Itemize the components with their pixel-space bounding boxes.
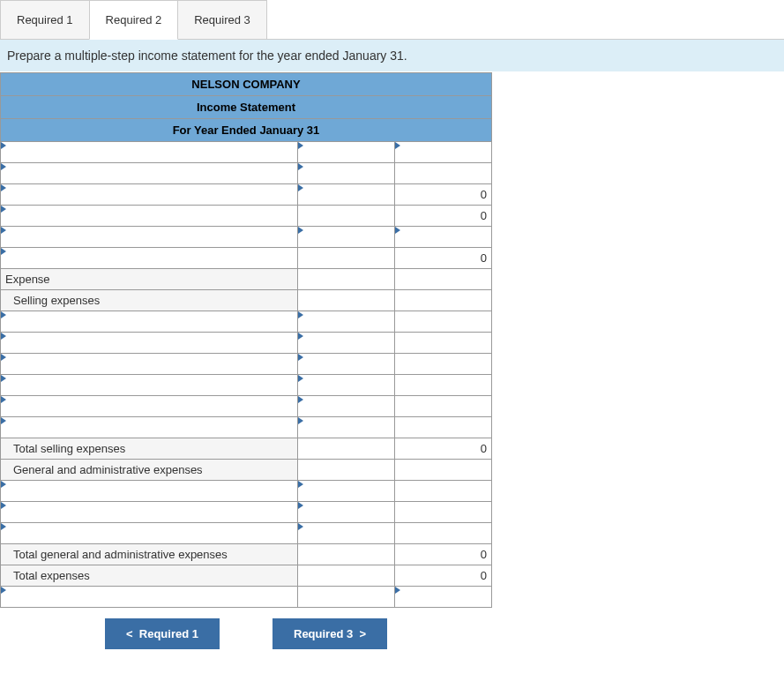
chevron-left-icon: < <box>126 627 133 640</box>
amount-input[interactable] <box>298 354 395 375</box>
label-dropdown[interactable] <box>1 248 298 269</box>
total-selling-label: Total selling expenses <box>1 438 298 460</box>
label-dropdown[interactable] <box>1 502 298 523</box>
amount-cell <box>395 269 492 290</box>
next-button[interactable]: Required 3 > <box>273 618 387 649</box>
amount-input[interactable] <box>298 142 395 163</box>
amount-cell <box>395 417 492 438</box>
label-dropdown[interactable] <box>1 523 298 544</box>
company-name: NELSON COMPANY <box>1 73 492 96</box>
amount-input[interactable] <box>298 184 395 206</box>
tab-required-3[interactable]: Required 3 <box>177 0 267 39</box>
label-dropdown[interactable] <box>1 227 298 248</box>
amount-cell <box>395 290 492 311</box>
amount-cell <box>395 502 492 523</box>
label-dropdown[interactable] <box>1 375 298 396</box>
total-ga-label: Total general and administrative expense… <box>1 544 298 565</box>
prev-button[interactable]: < Required 1 <box>105 618 220 649</box>
label-dropdown[interactable] <box>1 311 298 333</box>
calc-cell: 0 <box>395 184 492 206</box>
statement-period: For Year Ended January 31 <box>1 119 492 142</box>
label-dropdown[interactable] <box>1 206 298 227</box>
expense-label: Expense <box>1 269 298 290</box>
tab-required-2[interactable]: Required 2 <box>89 0 179 40</box>
amount-cell <box>395 481 492 502</box>
amount-input[interactable] <box>298 311 395 333</box>
tab-required-1[interactable]: Required 1 <box>0 0 90 39</box>
amount-cell <box>395 163 492 184</box>
amount-cell <box>395 523 492 544</box>
amount-input[interactable] <box>298 375 395 396</box>
amount-cell <box>298 438 395 460</box>
amount-input[interactable] <box>395 587 492 608</box>
calc-cell: 0 <box>395 438 492 460</box>
amount-input[interactable] <box>298 396 395 417</box>
calc-cell: 0 <box>395 565 492 587</box>
calc-cell: 0 <box>395 206 492 227</box>
selling-expenses-label: Selling expenses <box>1 290 298 311</box>
amount-cell <box>298 587 395 608</box>
nav-buttons: < Required 1 Required 3 > <box>0 608 492 660</box>
instruction-text: Prepare a multiple-step income statement… <box>0 40 784 71</box>
label-dropdown[interactable] <box>1 417 298 438</box>
amount-input[interactable] <box>298 502 395 523</box>
amount-input[interactable] <box>298 523 395 544</box>
amount-cell <box>298 269 395 290</box>
amount-input[interactable] <box>395 227 492 248</box>
statement-title: Income Statement <box>1 96 492 119</box>
amount-cell <box>298 248 395 269</box>
label-dropdown[interactable] <box>1 354 298 375</box>
label-dropdown[interactable] <box>1 396 298 417</box>
label-dropdown[interactable] <box>1 481 298 502</box>
income-statement-table: NELSON COMPANY Income Statement For Year… <box>0 72 492 608</box>
label-dropdown[interactable] <box>1 333 298 354</box>
amount-input[interactable] <box>298 227 395 248</box>
chevron-right-icon: > <box>359 627 366 640</box>
calc-cell: 0 <box>395 544 492 565</box>
label-dropdown[interactable] <box>1 163 298 184</box>
amount-input[interactable] <box>298 163 395 184</box>
tabs-container: Required 1 Required 2 Required 3 <box>0 0 784 40</box>
amount-input[interactable] <box>298 333 395 354</box>
amount-cell <box>298 290 395 311</box>
amount-cell <box>395 460 492 481</box>
label-dropdown[interactable] <box>1 142 298 163</box>
ga-expenses-label: General and administrative expenses <box>1 460 298 481</box>
amount-cell <box>395 375 492 396</box>
amount-cell <box>395 311 492 333</box>
amount-input[interactable] <box>298 417 395 438</box>
amount-cell <box>298 206 395 227</box>
amount-cell <box>395 396 492 417</box>
label-dropdown[interactable] <box>1 587 298 608</box>
amount-input[interactable] <box>395 142 492 163</box>
amount-cell <box>298 544 395 565</box>
amount-cell <box>298 460 395 481</box>
next-label: Required 3 <box>294 627 353 640</box>
amount-cell <box>395 333 492 354</box>
calc-cell: 0 <box>395 248 492 269</box>
prev-label: Required 1 <box>139 627 198 640</box>
label-dropdown[interactable] <box>1 184 298 206</box>
amount-input[interactable] <box>298 481 395 502</box>
amount-cell <box>298 565 395 587</box>
amount-cell <box>395 354 492 375</box>
total-expenses-label: Total expenses <box>1 565 298 587</box>
